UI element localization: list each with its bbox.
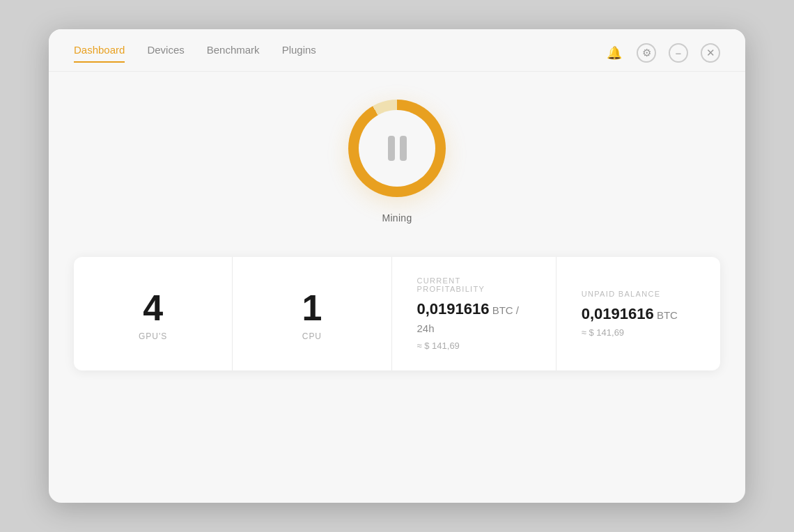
profitability-approx: ≈ $ 141,69 — [417, 341, 460, 351]
nav-item-benchmark[interactable]: Benchmark — [207, 44, 260, 63]
profitability-title: CURRENT PROFITABILITY — [417, 276, 531, 293]
nav-item-dashboard[interactable]: Dashboard — [74, 44, 125, 63]
settings-icon[interactable]: ⚙ — [637, 43, 656, 63]
pause-bar-right — [400, 136, 407, 161]
minimize-icon[interactable]: − — [669, 43, 688, 63]
profitability-card: CURRENT PROFITABILITY 0,0191616 BTC / 24… — [392, 257, 556, 370]
profitability-value: 0,0191616 BTC / 24h — [417, 300, 531, 336]
balance-title: UNPAID BALANCE — [582, 290, 661, 298]
main-content: Mining 4 GPU'S 1 CPU CURRENT PROFITABILI… — [49, 72, 745, 503]
mining-section: Mining — [348, 100, 446, 224]
nav: Dashboard Devices Benchmark Plugins — [74, 44, 316, 63]
balance-number: 0,0191616 — [582, 305, 654, 322]
stats-row: 4 GPU'S 1 CPU CURRENT PROFITABILITY 0,01… — [74, 257, 720, 370]
pause-bar-left — [388, 136, 395, 161]
nav-item-plugins[interactable]: Plugins — [282, 44, 316, 63]
bottom-hint — [74, 370, 720, 396]
window-controls: 🔔 ⚙ − ✕ — [605, 43, 720, 63]
app-window: Dashboard Devices Benchmark Plugins 🔔 ⚙ … — [49, 29, 745, 503]
cpu-label: CPU — [302, 331, 322, 341]
balance-approx: ≈ $ 141,69 — [582, 327, 624, 338]
gpu-count: 4 — [143, 290, 163, 326]
pause-icon — [388, 136, 407, 161]
cpu-count: 1 — [302, 290, 322, 326]
gpu-card: 4 GPU'S — [74, 257, 233, 370]
mining-label: Mining — [382, 212, 412, 224]
close-icon[interactable]: ✕ — [701, 43, 720, 63]
balance-value: 0,0191616 BTC — [582, 305, 678, 323]
bell-icon[interactable]: 🔔 — [605, 43, 624, 63]
nav-item-devices[interactable]: Devices — [147, 44, 184, 63]
gpu-label: GPU'S — [139, 331, 167, 341]
mining-button[interactable] — [348, 100, 446, 197]
balance-unit: BTC — [654, 309, 678, 321]
cpu-card: 1 CPU — [233, 257, 391, 370]
balance-card: UNPAID BALANCE 0,0191616 BTC ≈ $ 141,69 — [556, 257, 720, 370]
profitability-number: 0,0191616 — [417, 300, 490, 318]
mining-button-inner — [359, 110, 435, 187]
top-bar: Dashboard Devices Benchmark Plugins 🔔 ⚙ … — [49, 29, 745, 63]
